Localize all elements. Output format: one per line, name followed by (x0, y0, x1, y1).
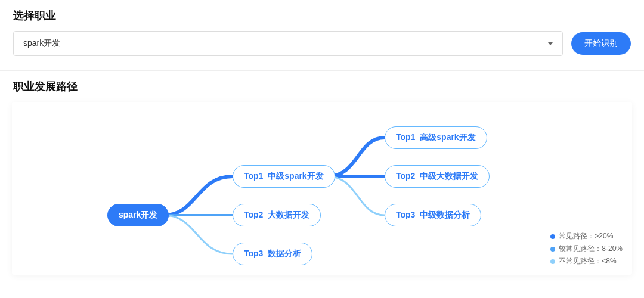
node-root-label: spark开发 (119, 210, 157, 219)
node-l2-top3-label: 中级数据分析 (420, 210, 470, 219)
node-l1-top3-rank: Top3 (244, 249, 263, 258)
node-l2-top2[interactable]: Top2 中级大数据开发 (385, 165, 490, 188)
legend-text-medium: 较常见路径：8-20% (559, 244, 623, 254)
career-path-diagram: spark开发 Top1 中级spark开发 Top2 大数据开发 Top3 数… (12, 102, 632, 275)
node-l1-top1[interactable]: Top1 中级spark开发 (233, 165, 335, 188)
career-select[interactable]: spark开发 (13, 31, 563, 56)
select-section-title: 选择职业 (13, 8, 644, 23)
legend-item-common: 常见路径：>20% (550, 231, 623, 241)
legend: 常见路径：>20% 较常见路径：8-20% 不常见路径：<8% (550, 231, 623, 269)
node-l2-top1-label: 高级spark开发 (420, 132, 475, 142)
chevron-down-icon (548, 42, 553, 45)
diagram-connectors (12, 102, 632, 275)
select-row: spark开发 开始识别 (0, 31, 644, 56)
legend-dot-medium (550, 247, 555, 252)
node-root[interactable]: spark开发 (107, 204, 169, 226)
legend-text-uncommon: 不常见路径：<8% (559, 256, 616, 266)
node-l1-top2-rank: Top2 (244, 210, 263, 219)
node-l2-top1[interactable]: Top1 高级spark开发 (385, 126, 487, 149)
career-select-value: spark开发 (23, 38, 60, 49)
legend-item-uncommon: 不常见路径：<8% (550, 256, 623, 266)
node-l2-top3[interactable]: Top3 中级数据分析 (385, 204, 481, 226)
legend-text-common: 常见路径：>20% (559, 231, 613, 241)
node-l1-top1-rank: Top1 (244, 171, 263, 181)
node-l1-top2[interactable]: Top2 大数据开发 (233, 204, 321, 226)
node-l2-top1-rank: Top1 (396, 132, 415, 142)
legend-item-medium: 较常见路径：8-20% (550, 244, 623, 254)
node-l1-top1-label: 中级spark开发 (268, 171, 323, 181)
node-l1-top2-label: 大数据开发 (268, 210, 309, 219)
node-l1-top3[interactable]: Top3 数据分析 (233, 243, 312, 265)
legend-dot-common (550, 234, 555, 239)
node-l1-top3-label: 数据分析 (268, 249, 301, 258)
start-recognize-button[interactable]: 开始识别 (571, 32, 631, 55)
path-section-title: 职业发展路径 (13, 79, 644, 94)
node-l2-top2-rank: Top2 (396, 171, 415, 181)
divider (0, 70, 644, 71)
legend-dot-uncommon (550, 259, 555, 264)
node-l2-top2-label: 中级大数据开发 (420, 171, 478, 181)
node-l2-top3-rank: Top3 (396, 210, 415, 219)
